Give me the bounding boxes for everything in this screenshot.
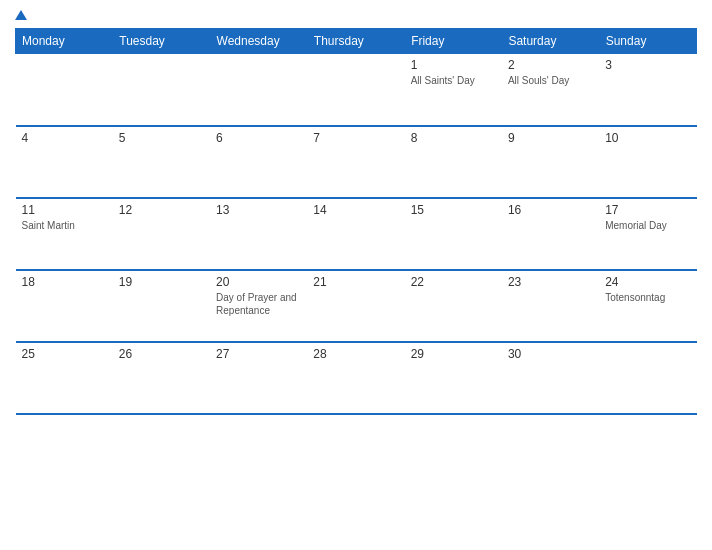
calendar-cell: 27 [210, 342, 307, 414]
calendar-cell: 6 [210, 126, 307, 198]
calendar-cell: 15 [405, 198, 502, 270]
holiday-label: Day of Prayer and Repentance [216, 291, 301, 317]
day-number: 17 [605, 203, 690, 217]
day-number: 9 [508, 131, 593, 145]
calendar-page: MondayTuesdayWednesdayThursdayFridaySatu… [0, 0, 712, 550]
day-number: 7 [313, 131, 398, 145]
day-number: 27 [216, 347, 301, 361]
calendar-cell: 22 [405, 270, 502, 342]
calendar-cell: 5 [113, 126, 210, 198]
calendar-cell: 13 [210, 198, 307, 270]
calendar-cell: 9 [502, 126, 599, 198]
day-number: 10 [605, 131, 690, 145]
day-number: 25 [22, 347, 107, 361]
day-number: 19 [119, 275, 204, 289]
day-number: 5 [119, 131, 204, 145]
calendar-cell: 19 [113, 270, 210, 342]
week-row-4: 181920Day of Prayer and Repentance212223… [16, 270, 697, 342]
weekday-header-saturday: Saturday [502, 29, 599, 54]
calendar-cell: 21 [307, 270, 404, 342]
logo-blue-text [15, 10, 31, 20]
week-row-3: 11Saint Martin121314151617Memorial Day [16, 198, 697, 270]
day-number: 28 [313, 347, 398, 361]
week-row-1: 1All Saints' Day2All Souls' Day3 [16, 54, 697, 126]
holiday-label: Totensonntag [605, 291, 690, 304]
day-number: 1 [411, 58, 496, 72]
calendar-cell: 20Day of Prayer and Repentance [210, 270, 307, 342]
calendar-cell: 30 [502, 342, 599, 414]
day-number: 3 [605, 58, 690, 72]
logo [15, 10, 31, 20]
day-number: 6 [216, 131, 301, 145]
calendar-cell: 25 [16, 342, 113, 414]
calendar-cell: 1All Saints' Day [405, 54, 502, 126]
day-number: 21 [313, 275, 398, 289]
day-number: 8 [411, 131, 496, 145]
holiday-label: Saint Martin [22, 219, 107, 232]
calendar-cell: 16 [502, 198, 599, 270]
logo-triangle-icon [15, 10, 27, 20]
day-number: 14 [313, 203, 398, 217]
calendar-cell: 24Totensonntag [599, 270, 696, 342]
day-number: 18 [22, 275, 107, 289]
day-number: 16 [508, 203, 593, 217]
day-number: 11 [22, 203, 107, 217]
day-number: 20 [216, 275, 301, 289]
calendar-cell: 14 [307, 198, 404, 270]
weekday-header-friday: Friday [405, 29, 502, 54]
calendar-cell: 8 [405, 126, 502, 198]
calendar-cell: 4 [16, 126, 113, 198]
calendar-cell: 7 [307, 126, 404, 198]
calendar-cell: 18 [16, 270, 113, 342]
calendar-cell: 3 [599, 54, 696, 126]
holiday-label: Memorial Day [605, 219, 690, 232]
calendar-cell: 10 [599, 126, 696, 198]
holiday-label: All Saints' Day [411, 74, 496, 87]
header [15, 10, 697, 20]
day-number: 4 [22, 131, 107, 145]
day-number: 2 [508, 58, 593, 72]
weekday-header-row: MondayTuesdayWednesdayThursdayFridaySatu… [16, 29, 697, 54]
calendar-table: MondayTuesdayWednesdayThursdayFridaySatu… [15, 28, 697, 415]
weekday-header-wednesday: Wednesday [210, 29, 307, 54]
day-number: 30 [508, 347, 593, 361]
calendar-cell [599, 342, 696, 414]
day-number: 22 [411, 275, 496, 289]
weekday-header-sunday: Sunday [599, 29, 696, 54]
calendar-cell: 23 [502, 270, 599, 342]
day-number: 12 [119, 203, 204, 217]
day-number: 29 [411, 347, 496, 361]
weekday-header-tuesday: Tuesday [113, 29, 210, 54]
weekday-header-monday: Monday [16, 29, 113, 54]
week-row-5: 252627282930 [16, 342, 697, 414]
calendar-cell [113, 54, 210, 126]
day-number: 13 [216, 203, 301, 217]
calendar-cell [210, 54, 307, 126]
day-number: 23 [508, 275, 593, 289]
calendar-cell: 11Saint Martin [16, 198, 113, 270]
calendar-cell [307, 54, 404, 126]
calendar-cell: 2All Souls' Day [502, 54, 599, 126]
day-number: 24 [605, 275, 690, 289]
calendar-cell [16, 54, 113, 126]
calendar-cell: 29 [405, 342, 502, 414]
calendar-cell: 28 [307, 342, 404, 414]
holiday-label: All Souls' Day [508, 74, 593, 87]
day-number: 26 [119, 347, 204, 361]
day-number: 15 [411, 203, 496, 217]
weekday-header-thursday: Thursday [307, 29, 404, 54]
calendar-cell: 12 [113, 198, 210, 270]
calendar-cell: 26 [113, 342, 210, 414]
week-row-2: 45678910 [16, 126, 697, 198]
calendar-cell: 17Memorial Day [599, 198, 696, 270]
